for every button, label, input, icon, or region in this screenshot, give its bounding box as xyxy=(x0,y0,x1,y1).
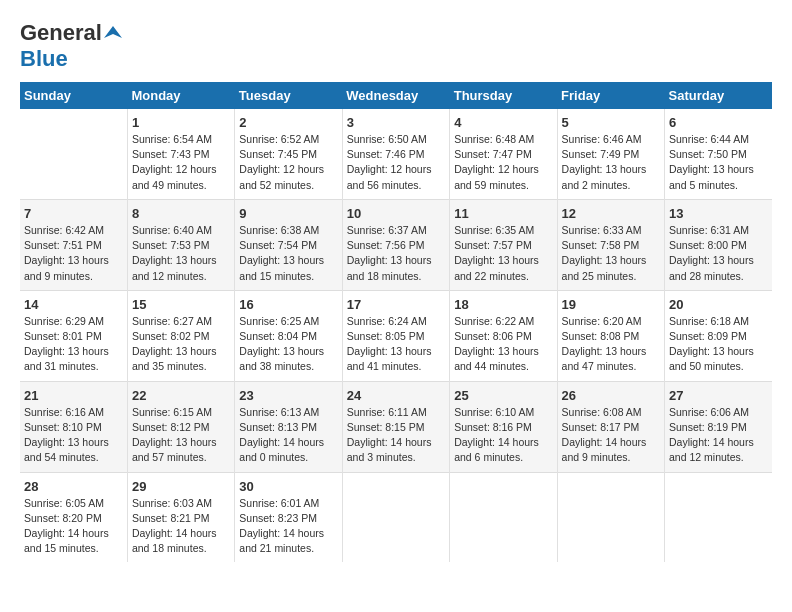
day-number: 9 xyxy=(239,206,337,221)
day-cell: 23Sunrise: 6:13 AM Sunset: 8:13 PM Dayli… xyxy=(235,381,342,472)
day-cell: 13Sunrise: 6:31 AM Sunset: 8:00 PM Dayli… xyxy=(665,199,772,290)
logo-bird-icon xyxy=(104,24,122,42)
day-cell: 20Sunrise: 6:18 AM Sunset: 8:09 PM Dayli… xyxy=(665,290,772,381)
day-number: 15 xyxy=(132,297,230,312)
week-row-3: 14Sunrise: 6:29 AM Sunset: 8:01 PM Dayli… xyxy=(20,290,772,381)
day-number: 1 xyxy=(132,115,230,130)
day-cell: 7Sunrise: 6:42 AM Sunset: 7:51 PM Daylig… xyxy=(20,199,127,290)
day-number: 3 xyxy=(347,115,445,130)
day-number: 27 xyxy=(669,388,768,403)
day-info: Sunrise: 6:42 AM Sunset: 7:51 PM Dayligh… xyxy=(24,223,123,284)
day-cell: 27Sunrise: 6:06 AM Sunset: 8:19 PM Dayli… xyxy=(665,381,772,472)
day-number: 19 xyxy=(562,297,660,312)
day-cell: 12Sunrise: 6:33 AM Sunset: 7:58 PM Dayli… xyxy=(557,199,664,290)
day-info: Sunrise: 6:44 AM Sunset: 7:50 PM Dayligh… xyxy=(669,132,768,193)
day-info: Sunrise: 6:27 AM Sunset: 8:02 PM Dayligh… xyxy=(132,314,230,375)
day-info: Sunrise: 6:03 AM Sunset: 8:21 PM Dayligh… xyxy=(132,496,230,557)
day-number: 25 xyxy=(454,388,552,403)
page-header: General Blue xyxy=(20,20,772,72)
day-info: Sunrise: 6:16 AM Sunset: 8:10 PM Dayligh… xyxy=(24,405,123,466)
day-cell: 28Sunrise: 6:05 AM Sunset: 8:20 PM Dayli… xyxy=(20,472,127,562)
day-number: 2 xyxy=(239,115,337,130)
day-cell: 1Sunrise: 6:54 AM Sunset: 7:43 PM Daylig… xyxy=(127,109,234,199)
logo-blue: Blue xyxy=(20,46,68,71)
day-cell: 16Sunrise: 6:25 AM Sunset: 8:04 PM Dayli… xyxy=(235,290,342,381)
day-info: Sunrise: 6:54 AM Sunset: 7:43 PM Dayligh… xyxy=(132,132,230,193)
day-info: Sunrise: 6:11 AM Sunset: 8:15 PM Dayligh… xyxy=(347,405,445,466)
day-info: Sunrise: 6:24 AM Sunset: 8:05 PM Dayligh… xyxy=(347,314,445,375)
day-number: 11 xyxy=(454,206,552,221)
day-number: 26 xyxy=(562,388,660,403)
day-number: 6 xyxy=(669,115,768,130)
day-number: 12 xyxy=(562,206,660,221)
day-number: 18 xyxy=(454,297,552,312)
day-cell: 18Sunrise: 6:22 AM Sunset: 8:06 PM Dayli… xyxy=(450,290,557,381)
day-info: Sunrise: 6:22 AM Sunset: 8:06 PM Dayligh… xyxy=(454,314,552,375)
day-info: Sunrise: 6:37 AM Sunset: 7:56 PM Dayligh… xyxy=(347,223,445,284)
day-info: Sunrise: 6:08 AM Sunset: 8:17 PM Dayligh… xyxy=(562,405,660,466)
day-info: Sunrise: 6:06 AM Sunset: 8:19 PM Dayligh… xyxy=(669,405,768,466)
day-number: 7 xyxy=(24,206,123,221)
day-number: 16 xyxy=(239,297,337,312)
header-friday: Friday xyxy=(557,82,664,109)
day-cell: 19Sunrise: 6:20 AM Sunset: 8:08 PM Dayli… xyxy=(557,290,664,381)
day-info: Sunrise: 6:25 AM Sunset: 8:04 PM Dayligh… xyxy=(239,314,337,375)
logo: General Blue xyxy=(20,20,122,72)
day-cell: 26Sunrise: 6:08 AM Sunset: 8:17 PM Dayli… xyxy=(557,381,664,472)
svg-marker-0 xyxy=(104,26,122,38)
day-cell: 22Sunrise: 6:15 AM Sunset: 8:12 PM Dayli… xyxy=(127,381,234,472)
day-cell: 2Sunrise: 6:52 AM Sunset: 7:45 PM Daylig… xyxy=(235,109,342,199)
day-number: 4 xyxy=(454,115,552,130)
day-number: 20 xyxy=(669,297,768,312)
day-number: 24 xyxy=(347,388,445,403)
day-info: Sunrise: 6:48 AM Sunset: 7:47 PM Dayligh… xyxy=(454,132,552,193)
day-cell xyxy=(665,472,772,562)
day-cell xyxy=(557,472,664,562)
day-number: 22 xyxy=(132,388,230,403)
day-cell xyxy=(20,109,127,199)
day-cell: 30Sunrise: 6:01 AM Sunset: 8:23 PM Dayli… xyxy=(235,472,342,562)
day-cell: 17Sunrise: 6:24 AM Sunset: 8:05 PM Dayli… xyxy=(342,290,449,381)
day-cell: 6Sunrise: 6:44 AM Sunset: 7:50 PM Daylig… xyxy=(665,109,772,199)
day-number: 21 xyxy=(24,388,123,403)
day-info: Sunrise: 6:29 AM Sunset: 8:01 PM Dayligh… xyxy=(24,314,123,375)
day-info: Sunrise: 6:13 AM Sunset: 8:13 PM Dayligh… xyxy=(239,405,337,466)
day-cell xyxy=(450,472,557,562)
day-number: 17 xyxy=(347,297,445,312)
day-number: 10 xyxy=(347,206,445,221)
day-number: 13 xyxy=(669,206,768,221)
day-cell: 10Sunrise: 6:37 AM Sunset: 7:56 PM Dayli… xyxy=(342,199,449,290)
day-cell: 25Sunrise: 6:10 AM Sunset: 8:16 PM Dayli… xyxy=(450,381,557,472)
week-row-4: 21Sunrise: 6:16 AM Sunset: 8:10 PM Dayli… xyxy=(20,381,772,472)
day-info: Sunrise: 6:38 AM Sunset: 7:54 PM Dayligh… xyxy=(239,223,337,284)
day-cell: 8Sunrise: 6:40 AM Sunset: 7:53 PM Daylig… xyxy=(127,199,234,290)
header-saturday: Saturday xyxy=(665,82,772,109)
day-info: Sunrise: 6:33 AM Sunset: 7:58 PM Dayligh… xyxy=(562,223,660,284)
day-info: Sunrise: 6:35 AM Sunset: 7:57 PM Dayligh… xyxy=(454,223,552,284)
day-info: Sunrise: 6:52 AM Sunset: 7:45 PM Dayligh… xyxy=(239,132,337,193)
day-info: Sunrise: 6:01 AM Sunset: 8:23 PM Dayligh… xyxy=(239,496,337,557)
day-info: Sunrise: 6:40 AM Sunset: 7:53 PM Dayligh… xyxy=(132,223,230,284)
day-number: 8 xyxy=(132,206,230,221)
day-cell: 4Sunrise: 6:48 AM Sunset: 7:47 PM Daylig… xyxy=(450,109,557,199)
day-info: Sunrise: 6:10 AM Sunset: 8:16 PM Dayligh… xyxy=(454,405,552,466)
header-row: SundayMondayTuesdayWednesdayThursdayFrid… xyxy=(20,82,772,109)
day-number: 14 xyxy=(24,297,123,312)
day-info: Sunrise: 6:15 AM Sunset: 8:12 PM Dayligh… xyxy=(132,405,230,466)
header-tuesday: Tuesday xyxy=(235,82,342,109)
week-row-2: 7Sunrise: 6:42 AM Sunset: 7:51 PM Daylig… xyxy=(20,199,772,290)
header-wednesday: Wednesday xyxy=(342,82,449,109)
header-thursday: Thursday xyxy=(450,82,557,109)
day-cell: 9Sunrise: 6:38 AM Sunset: 7:54 PM Daylig… xyxy=(235,199,342,290)
header-sunday: Sunday xyxy=(20,82,127,109)
day-cell xyxy=(342,472,449,562)
day-info: Sunrise: 6:05 AM Sunset: 8:20 PM Dayligh… xyxy=(24,496,123,557)
day-info: Sunrise: 6:20 AM Sunset: 8:08 PM Dayligh… xyxy=(562,314,660,375)
logo-general: General xyxy=(20,20,102,46)
day-number: 29 xyxy=(132,479,230,494)
day-cell: 24Sunrise: 6:11 AM Sunset: 8:15 PM Dayli… xyxy=(342,381,449,472)
header-monday: Monday xyxy=(127,82,234,109)
day-cell: 11Sunrise: 6:35 AM Sunset: 7:57 PM Dayli… xyxy=(450,199,557,290)
day-cell: 29Sunrise: 6:03 AM Sunset: 8:21 PM Dayli… xyxy=(127,472,234,562)
day-cell: 3Sunrise: 6:50 AM Sunset: 7:46 PM Daylig… xyxy=(342,109,449,199)
